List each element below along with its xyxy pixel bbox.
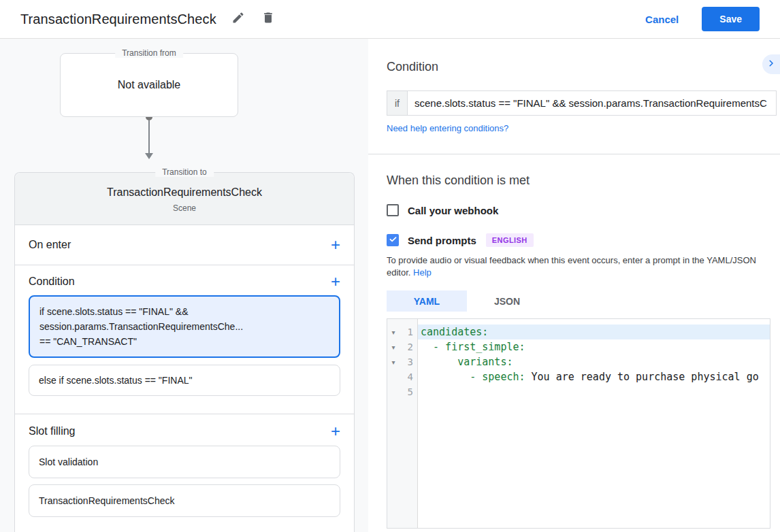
- pencil-icon: [231, 11, 245, 27]
- condition-expression-row: if: [387, 90, 777, 116]
- gutter-line: 5: [387, 384, 417, 399]
- help-link[interactable]: Help: [413, 267, 432, 278]
- horizontal-divider: [368, 154, 780, 154]
- on-enter-label: On enter: [29, 239, 71, 251]
- tab-yaml[interactable]: YAML: [387, 290, 467, 312]
- if-prefix-label: if: [387, 91, 408, 115]
- arrow-line: [148, 120, 150, 153]
- line-number: 5: [400, 386, 417, 397]
- send-prompts-label: Send prompts: [408, 235, 476, 246]
- slot-card-validation[interactable]: Slot validation: [29, 446, 340, 478]
- code-line: variants:: [418, 354, 770, 369]
- chevron-right-icon: [766, 59, 776, 71]
- checkmark-icon: [389, 234, 397, 246]
- code-line: [418, 384, 770, 399]
- trash-icon: [261, 11, 275, 27]
- fold-toggle-icon[interactable]: ▾: [387, 344, 400, 351]
- fold-toggle-icon[interactable]: ▾: [387, 329, 400, 336]
- panel-title: Condition: [387, 60, 780, 74]
- on-enter-section: On enter +: [15, 225, 354, 265]
- when-condition-met-title: When this condition is met: [387, 173, 780, 188]
- code-line-highlighted: candidates:: [418, 325, 770, 339]
- prompt-help-body: To provide audio or visual feedback when…: [387, 255, 756, 278]
- slot-card-label: TransactionRequirementsCheck: [39, 495, 174, 506]
- slot-filling-section-head: Slot filling +: [15, 414, 354, 446]
- prompt-help-text: To provide audio or visual feedback when…: [387, 254, 769, 279]
- language-badge: ENGLISH: [486, 233, 534, 247]
- gutter-line: ▾ 3: [387, 354, 417, 369]
- webhook-row: Call your webhook: [387, 204, 780, 216]
- code-line: - first_simple:: [418, 339, 770, 354]
- add-on-enter-button[interactable]: +: [331, 238, 340, 252]
- line-number: 1: [400, 327, 417, 337]
- slot-filling-label: Slot filling: [29, 425, 75, 437]
- editor-format-tabs: YAML JSON: [387, 290, 780, 312]
- scene-name: TransactionRequirementsCheck: [22, 186, 347, 199]
- edit-name-button[interactable]: [230, 11, 246, 27]
- send-prompts-checkbox[interactable]: [387, 234, 399, 246]
- transition-to-card: Transition to TransactionRequirementsChe…: [14, 172, 355, 532]
- line-number: 4: [400, 371, 417, 382]
- scene-diagram-panel: Transition from Not available Transition…: [0, 39, 368, 532]
- yaml-key: candidates:: [421, 326, 488, 338]
- cancel-button[interactable]: Cancel: [645, 14, 679, 25]
- transition-to-label: Transition to: [155, 167, 214, 177]
- slot-card-label: Slot validation: [39, 456, 98, 467]
- slot-card-requirements-check[interactable]: TransactionRequirementsCheck: [29, 484, 340, 517]
- line-number: 3: [400, 356, 417, 367]
- gutter-line: ▾ 2: [387, 339, 417, 354]
- yaml-key: - first_simple:: [421, 341, 525, 353]
- collapse-panel-button[interactable]: [762, 54, 780, 74]
- scene-header: TransactionRequirementsCheck Scene: [15, 173, 354, 225]
- editor-gutter: ▾ 1 ▾ 2 ▾ 3 4 5: [387, 319, 418, 528]
- call-webhook-checkbox[interactable]: [387, 204, 399, 216]
- condition-text-line: session.params.TransactionRequirementsCh…: [39, 319, 329, 334]
- tab-json[interactable]: JSON: [467, 290, 547, 312]
- yaml-key: variants:: [421, 356, 513, 368]
- condition-text-line: == "CAN_TRANSACT": [39, 334, 329, 349]
- condition-card-selected[interactable]: if scene.slots.status == "FINAL" && sess…: [29, 295, 340, 358]
- transition-from-label: Transition from: [115, 48, 183, 58]
- condition-editor-panel: Condition if Need help entering conditio…: [368, 39, 780, 532]
- yaml-value: You are ready to purchase physical go: [525, 371, 759, 383]
- send-prompts-row: Send prompts ENGLISH: [387, 233, 780, 247]
- delete-scene-button[interactable]: [260, 11, 276, 27]
- editor-code-area[interactable]: candidates: - first_simple: variants: - …: [418, 319, 770, 528]
- top-bar: TransactionRequirementsCheck Cancel Save: [0, 0, 780, 39]
- conditions-help-link[interactable]: Need help entering conditions?: [387, 123, 508, 133]
- condition-card[interactable]: else if scene.slots.status == "FINAL": [29, 365, 340, 396]
- transition-from-box: Transition from Not available: [60, 53, 238, 117]
- line-number: 2: [400, 342, 417, 352]
- scene-type: Scene: [22, 203, 347, 213]
- transition-from-value: Not available: [118, 79, 181, 91]
- add-condition-button[interactable]: +: [331, 275, 340, 288]
- condition-text-line: else if scene.slots.status == "FINAL": [39, 373, 330, 388]
- add-slot-button[interactable]: +: [331, 425, 340, 438]
- page-title: TransactionRequirementsCheck: [20, 12, 216, 27]
- gutter-line: ▾ 1: [387, 325, 417, 339]
- condition-section-label: Condition: [29, 276, 75, 288]
- yaml-code-editor[interactable]: ▾ 1 ▾ 2 ▾ 3 4 5: [387, 318, 770, 529]
- gutter-line: 4: [387, 369, 417, 384]
- condition-text-line: if scene.slots.status == "FINAL" &&: [39, 304, 329, 319]
- transition-arrow: [145, 114, 153, 159]
- save-button[interactable]: Save: [702, 7, 760, 31]
- fold-toggle-icon[interactable]: ▾: [387, 359, 400, 366]
- call-webhook-label: Call your webhook: [408, 205, 498, 216]
- condition-section-head: Condition +: [15, 265, 354, 295]
- yaml-key: - speech:: [421, 371, 525, 383]
- code-line: - speech: You are ready to purchase phys…: [418, 369, 770, 384]
- arrow-head-icon: [145, 153, 153, 159]
- condition-expression-input[interactable]: [408, 91, 776, 115]
